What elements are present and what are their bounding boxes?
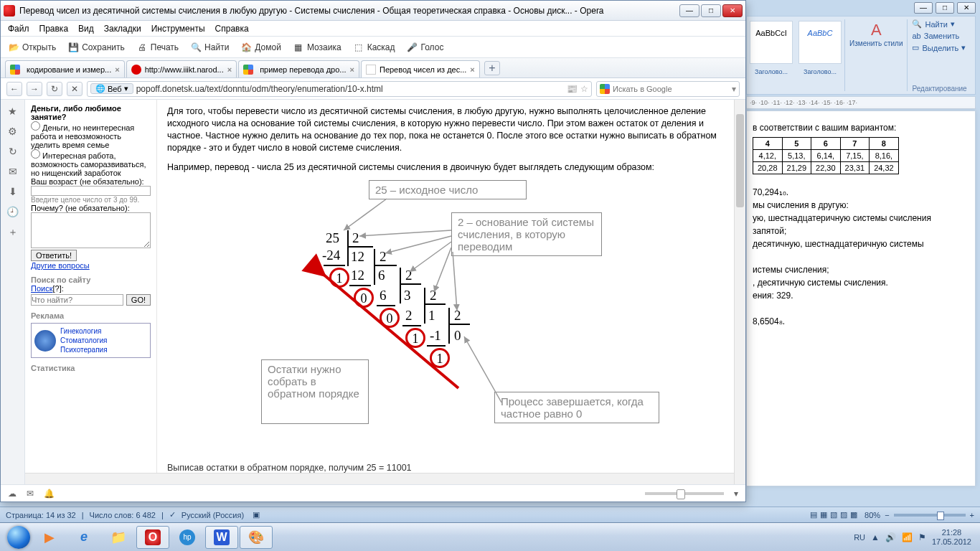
site-search-input[interactable]	[31, 294, 123, 306]
back-button[interactable]: ←	[6, 82, 22, 96]
tb-find[interactable]: 🔍Найти	[190, 42, 229, 53]
submit-button[interactable]: Ответить!	[31, 250, 77, 261]
panel-history-icon[interactable]: 🕘	[6, 206, 19, 217]
search-help[interactable]: [?]	[52, 284, 61, 293]
vertical-scrollbar[interactable]	[734, 100, 745, 484]
view-web-icon[interactable]: ▧	[830, 510, 837, 519]
tray-network-icon[interactable]: 📶	[902, 532, 913, 542]
reload-button[interactable]: ↻	[47, 82, 62, 96]
zoom-in-button[interactable]: +	[970, 511, 974, 519]
search-link[interactable]: Поиск	[31, 284, 52, 293]
tab-close-icon[interactable]: ×	[115, 65, 119, 74]
tab-close-icon[interactable]: ×	[470, 65, 474, 74]
tray-volume-icon[interactable]: 🔊	[885, 532, 896, 542]
web-chip[interactable]: 🌐 Веб ▾	[90, 83, 133, 94]
status-mail-icon[interactable]: ✉	[27, 489, 34, 499]
opera-zoom-slider[interactable]	[645, 492, 724, 495]
bookmark-star-icon[interactable]: ☆	[580, 84, 588, 94]
zoom-out-button[interactable]: −	[885, 511, 889, 519]
ad-link[interactable]: Гинекология	[60, 326, 108, 336]
horizontal-scrollbar[interactable]	[25, 473, 734, 484]
ad-link[interactable]: Психотерапия	[60, 345, 108, 354]
tab-3[interactable]: пример перевода дро...×	[238, 60, 359, 77]
address-field[interactable]: 🌐 Веб ▾ popoff.donetsk.ua/text/donntu/od…	[87, 81, 592, 97]
panel-mail-icon[interactable]: ✉	[9, 166, 17, 177]
go-button[interactable]: GO!	[126, 294, 151, 306]
new-tab-button[interactable]: +	[484, 61, 500, 75]
tray-show-hidden-icon[interactable]: ▲	[871, 532, 880, 542]
stop-button[interactable]: ✕	[67, 82, 83, 96]
panel-downloads-icon[interactable]: ⬇	[9, 186, 17, 197]
view-outline-icon[interactable]: ▨	[840, 510, 847, 519]
panel-bookmarks-icon[interactable]: ★	[8, 105, 17, 117]
style-heading-2[interactable]: AaBbC	[798, 21, 842, 64]
menu-tools[interactable]: Инструменты	[151, 24, 205, 34]
tb-save[interactable]: 💾Сохранить	[67, 42, 125, 53]
tab-close-icon[interactable]: ×	[227, 65, 232, 74]
select-button[interactable]: ▭Выделить ▾	[912, 43, 971, 52]
close-button[interactable]: ✕	[722, 4, 743, 17]
view-read-icon[interactable]: ▦	[820, 510, 827, 519]
status-language[interactable]: Русский (Россия)	[182, 511, 244, 519]
menu-edit[interactable]: Правка	[39, 24, 69, 34]
clock[interactable]: 21:28 17.05.2012	[932, 528, 971, 545]
panel-transfers-icon[interactable]: ↻	[9, 146, 17, 157]
tb-open[interactable]: 📂Открыть	[8, 42, 56, 53]
macro-icon[interactable]: ▣	[253, 510, 260, 519]
start-button[interactable]	[4, 523, 33, 552]
panel-add-icon[interactable]: ＋	[8, 226, 18, 239]
view-draft-icon[interactable]: ▩	[850, 510, 857, 519]
ad-link[interactable]: Стоматология	[60, 336, 108, 345]
minimize-button[interactable]: —	[679, 4, 699, 17]
age-input[interactable]	[31, 186, 151, 196]
change-styles-button[interactable]: A Изменить стили	[845, 17, 907, 94]
word-minimize-button[interactable]: —	[914, 2, 933, 14]
spellcheck-icon[interactable]: ✓	[169, 510, 176, 519]
zoom-value[interactable]: 80%	[864, 511, 880, 519]
maximize-button[interactable]: □	[701, 4, 721, 17]
taskbar-app-ie[interactable]: e	[67, 526, 100, 549]
search-dropdown-icon[interactable]: ▾	[732, 84, 736, 94]
menu-help[interactable]: Справка	[215, 24, 249, 34]
tab-close-icon[interactable]: ×	[350, 65, 354, 74]
menu-view[interactable]: Вид	[78, 24, 94, 34]
tb-tile[interactable]: ▦Мозаика	[293, 42, 341, 53]
status-sync-icon[interactable]: ☁	[8, 489, 17, 499]
view-print-icon[interactable]: ▤	[810, 510, 817, 519]
tray-flag-icon[interactable]: ⚑	[918, 532, 926, 542]
taskbar-app-media[interactable]: ▶	[33, 526, 66, 549]
tb-home[interactable]: 🏠Домой	[240, 42, 281, 53]
menu-file[interactable]: Файл	[8, 24, 29, 34]
rss-icon[interactable]: 📰	[567, 84, 578, 94]
tb-print[interactable]: 🖨Печать	[136, 42, 179, 53]
opera-titlebar[interactable]: Перевод чисел из десятичной системы счис…	[1, 1, 745, 21]
word-maximize-button[interactable]: □	[936, 2, 954, 14]
panel-widgets-icon[interactable]: ⚙	[8, 126, 17, 137]
zoom-slider[interactable]	[894, 514, 966, 517]
why-textarea[interactable]	[31, 212, 151, 248]
replace-button[interactable]: abЗаменить	[912, 32, 971, 40]
ad-block[interactable]: Гинекология Стоматология Психотерапия	[31, 323, 151, 358]
status-page[interactable]: Страница: 14 из 32	[6, 511, 76, 519]
style-heading-1[interactable]: AaBbCcI	[750, 21, 793, 64]
poll-option-2[interactable]: Интересная работа, возможность саморазви…	[31, 149, 151, 177]
tb-cascade[interactable]: ⬚Каскад	[353, 42, 395, 53]
taskbar-app-word[interactable]: W	[205, 526, 238, 549]
taskbar-app-paint[interactable]: 🎨	[240, 526, 273, 549]
url-text[interactable]: popoff.donetsk.ua/text/donntu/odm/theory…	[136, 84, 564, 94]
word-close-button[interactable]: ✕	[957, 2, 976, 14]
search-field[interactable]: ▾	[596, 81, 740, 97]
language-indicator[interactable]: RU	[854, 533, 865, 542]
taskbar-app-hp[interactable]: hp	[171, 526, 204, 549]
search-input[interactable]	[613, 85, 732, 93]
taskbar-app-explorer[interactable]: 📁	[102, 526, 135, 549]
tab-2[interactable]: http://www.iiikt.narod...×	[126, 60, 237, 77]
taskbar-app-opera[interactable]: O	[136, 526, 169, 549]
other-questions-link[interactable]: Другие вопросы	[31, 261, 90, 270]
menu-bookmarks[interactable]: Закладки	[104, 24, 141, 34]
status-words[interactable]: Число слов: 6 482	[90, 511, 156, 519]
tab-1[interactable]: кодирование и измер...×	[5, 60, 125, 77]
forward-button[interactable]: →	[27, 82, 42, 96]
status-notif-icon[interactable]: 🔔	[44, 489, 55, 499]
tb-voice[interactable]: 🎤Голос	[407, 42, 444, 53]
